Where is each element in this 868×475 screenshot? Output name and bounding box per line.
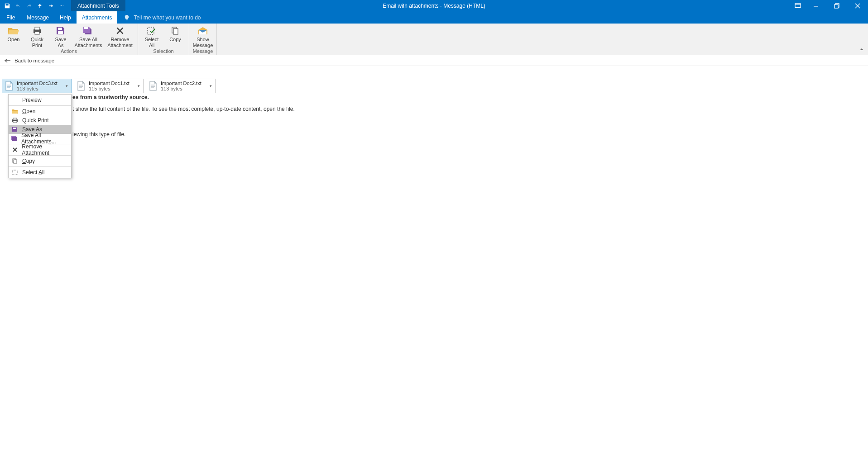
tab-help[interactable]: Help <box>54 11 77 24</box>
attachment-filename: Important Doc3.txt <box>17 81 61 86</box>
copy-button[interactable]: Copy <box>163 24 187 48</box>
menu-separator <box>9 105 71 106</box>
group-label-message: Message <box>193 48 213 55</box>
redo-icon[interactable] <box>24 1 34 11</box>
remove-attachment-button[interactable]: Remove Attachment <box>104 24 136 48</box>
attachment-dropdown-icon[interactable]: ▾ <box>64 84 69 88</box>
close-button[interactable] <box>847 0 868 11</box>
text-file-icon <box>148 80 158 92</box>
menu-item-open[interactable]: Open <box>9 107 71 116</box>
svg-rect-4 <box>35 27 39 30</box>
attachment-dropdown-icon[interactable]: ▾ <box>136 84 141 88</box>
menu-item-copy[interactable]: Copy <box>9 157 71 166</box>
svg-rect-7 <box>58 31 63 34</box>
svg-rect-15 <box>13 128 16 129</box>
group-label-selection: Selection <box>153 48 173 55</box>
attachment-size: 113 bytes <box>161 86 205 91</box>
text-file-icon <box>76 80 86 92</box>
tell-me-label: Tell me what you want to do <box>134 14 201 21</box>
contextual-tab-attachment-tools[interactable]: Attachment Tools <box>71 0 125 11</box>
folder-open-icon <box>11 108 19 115</box>
copy-icon <box>168 25 182 37</box>
undo-icon[interactable] <box>13 1 23 11</box>
blank-icon <box>11 96 19 104</box>
svg-rect-13 <box>13 118 17 120</box>
quick-access-toolbar: ⋯ <box>0 0 67 11</box>
menu-item-preview[interactable]: Preview <box>9 95 71 104</box>
svg-rect-8 <box>84 27 88 29</box>
ribbon-group-message: Show Message Message <box>189 24 217 55</box>
tab-attachments[interactable]: Attachments <box>77 11 118 24</box>
save-as-icon <box>53 25 68 37</box>
printer-icon <box>11 117 19 124</box>
tab-file[interactable]: File <box>0 11 21 24</box>
group-label-actions: Actions <box>61 48 77 55</box>
menu-item-select-all[interactable]: Select All <box>9 168 71 177</box>
svg-rect-14 <box>13 121 17 123</box>
copy-icon <box>11 157 19 165</box>
save-as-icon <box>11 126 19 133</box>
svg-rect-18 <box>13 170 17 175</box>
display-mode-icon[interactable] <box>790 0 806 11</box>
menu-separator <box>9 166 71 167</box>
remove-icon <box>11 146 18 153</box>
select-all-button[interactable]: Select All <box>140 24 163 48</box>
title-bar: ⋯ Attachment Tools Email with attachment… <box>0 0 868 11</box>
save-all-icon <box>81 25 96 37</box>
attachment-context-menu: Preview Open Quick Print Save As Save A <box>8 94 72 178</box>
show-message-button[interactable]: Show Message <box>191 24 215 48</box>
window-title: Email with attachments - Message (HTML) <box>0 3 868 9</box>
svg-rect-1 <box>814 6 818 7</box>
attachment-card[interactable]: Important Doc3.txt 113 bytes ▾ <box>2 79 72 93</box>
minimize-button[interactable] <box>806 0 826 11</box>
attachment-preview-area: Important Doc3.txt 113 bytes ▾ Important… <box>0 66 868 98</box>
back-to-message-bar[interactable]: Back to message <box>0 55 868 66</box>
attachment-filename: Important Doc1.txt <box>89 81 133 86</box>
svg-rect-0 <box>795 3 801 7</box>
menu-item-quick-print[interactable]: Quick Print <box>9 116 71 125</box>
svg-rect-17 <box>14 160 17 163</box>
ribbon-tabs: File Message Help Attachments Tell me wh… <box>0 11 868 24</box>
printer-icon <box>30 25 44 37</box>
ribbon-group-actions: Open Quick Print Save As Save All Attach… <box>0 24 138 55</box>
qat-customize-icon[interactable]: ⋯ <box>57 1 67 11</box>
svg-rect-6 <box>58 28 62 30</box>
envelope-open-icon <box>196 25 210 37</box>
save-icon[interactable] <box>2 1 12 11</box>
quick-print-button[interactable]: Quick Print <box>25 24 49 48</box>
text-file-icon <box>4 80 14 92</box>
tell-me-search[interactable]: Tell me what you want to do <box>117 11 207 24</box>
up-arrow-icon[interactable] <box>35 1 45 11</box>
menu-item-save-all[interactable]: Save All Attachments... <box>9 134 71 143</box>
select-all-icon <box>144 25 159 37</box>
open-button[interactable]: Open <box>2 24 25 48</box>
maximize-button[interactable] <box>826 0 847 11</box>
folder-open-icon <box>6 25 21 37</box>
attachment-list: Important Doc3.txt 113 bytes ▾ Important… <box>2 79 863 93</box>
ribbon: Open Quick Print Save As Save All Attach… <box>0 24 868 55</box>
attachment-filename: Important Doc2.txt <box>161 81 205 86</box>
back-to-message-label: Back to message <box>14 58 54 63</box>
remove-icon <box>113 25 127 37</box>
ribbon-group-selection: Select All Copy Selection <box>138 24 189 55</box>
attachment-dropdown-icon[interactable]: ▾ <box>208 84 213 88</box>
menu-item-remove[interactable]: Remove Attachment <box>9 145 71 154</box>
attachment-size: 115 bytes <box>89 86 133 91</box>
tab-message[interactable]: Message <box>21 11 54 24</box>
svg-rect-11 <box>173 28 178 34</box>
save-all-icon <box>11 135 18 142</box>
attachment-card[interactable]: Important Doc2.txt 113 bytes ▾ <box>146 79 216 93</box>
window-controls <box>790 0 868 11</box>
attachment-card[interactable]: Important Doc1.txt 115 bytes ▾ <box>74 79 144 93</box>
preview-warning-text: es from a trustworthy source. t show the… <box>5 93 859 142</box>
right-arrow-icon[interactable] <box>46 1 56 11</box>
collapse-ribbon-button[interactable] <box>858 46 865 53</box>
select-all-icon <box>11 169 19 176</box>
save-as-button[interactable]: Save As <box>49 24 72 48</box>
svg-rect-2 <box>834 5 838 8</box>
save-all-attachments-button[interactable]: Save All Attachments <box>72 24 104 48</box>
attachment-size: 113 bytes <box>17 86 61 91</box>
svg-rect-5 <box>35 32 39 34</box>
